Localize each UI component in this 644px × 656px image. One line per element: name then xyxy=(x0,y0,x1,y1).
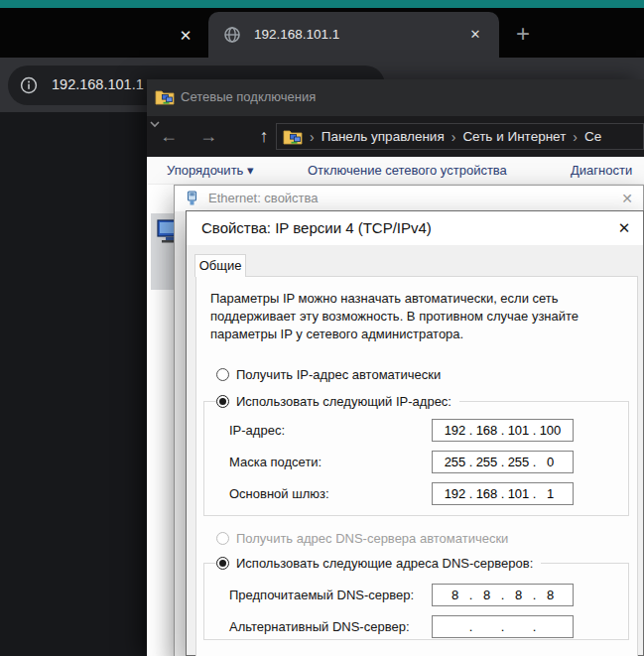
explorer-nav-bar: ← → ↑ › Панель управления xyxy=(147,116,644,157)
ip-dot xyxy=(468,619,473,634)
ip-address-input[interactable]: 192168101100 xyxy=(432,419,574,442)
breadcrumb-bar[interactable]: › Панель управления › Сеть и Интернет › … xyxy=(276,123,644,150)
radio-obtain-ip-auto[interactable]: Получить IP-адрес автоматически xyxy=(216,366,441,382)
browser-tab-bar: ✕ 192.168.101.1 ✕ + xyxy=(0,8,644,58)
active-tab-close-icon[interactable]: ✕ xyxy=(464,24,486,46)
breadcrumb-folder-icon xyxy=(283,128,303,145)
address-bar-url[interactable]: 192.168.101.1 xyxy=(52,76,144,92)
breadcrumb-network-internet[interactable]: Сеть и Интернет xyxy=(462,129,566,144)
breadcrumb-separator-icon: › xyxy=(573,129,578,145)
top-accent-strip xyxy=(0,0,644,8)
ipv4-dialog-close-icon[interactable]: ✕ xyxy=(612,217,636,239)
explorer-title-bar[interactable]: Сетевые подключения xyxy=(147,79,644,116)
default-gateway-label: Основной шлюз: xyxy=(229,482,329,505)
alternate-dns-label: Альтернативный DNS-сервер: xyxy=(229,615,410,638)
inactive-tab-close-icon[interactable]: ✕ xyxy=(175,25,196,47)
breadcrumb-control-panel[interactable]: Панель управления xyxy=(322,129,445,144)
radio-circle-icon xyxy=(216,532,229,545)
breadcrumb-separator-icon: › xyxy=(451,129,456,145)
dropdown-arrow-icon: ▾ xyxy=(247,163,254,178)
globe-icon xyxy=(223,26,241,44)
ip-settings-group: IP-адрес: 192168101100 Маска подсети: 25… xyxy=(203,401,629,516)
organize-menu-button[interactable]: Упорядочить ▾ xyxy=(167,163,254,178)
intro-text: Параметры IP можно назначать автоматичес… xyxy=(210,290,579,343)
active-tab-title: 192.168.101.1 xyxy=(254,27,339,42)
diagnose-button[interactable]: Диагности xyxy=(571,163,632,178)
ethernet-dialog-title-bar[interactable]: Ethernet: свойства ✕ xyxy=(175,186,643,211)
breadcrumb-network-connections[interactable]: Се xyxy=(584,129,601,144)
forward-arrow-icon[interactable]: → xyxy=(196,125,220,149)
dns-settings-group: Предпочитаемый DNS-сервер: 8888 Альтерна… xyxy=(203,563,629,640)
ip-dot xyxy=(500,619,505,634)
ipv4-dialog-title-bar[interactable]: Свойства: IP версии 4 (TCP/IPv4) ✕ xyxy=(187,211,643,245)
preferred-dns-input[interactable]: 8888 xyxy=(432,584,574,606)
radio-circle-icon xyxy=(216,557,229,570)
radio-use-following-ip[interactable]: Использовать следующий IP-адрес: xyxy=(216,393,459,409)
up-arrow-icon[interactable]: ↑ xyxy=(252,125,276,149)
preferred-dns-label: Предпочитаемый DNS-сервер: xyxy=(229,584,414,606)
explorer-window-title: Сетевые подключения xyxy=(181,89,316,104)
disable-device-button[interactable]: Отключение сетевого устройства xyxy=(308,163,507,178)
browser-active-tab[interactable]: 192.168.101.1 ✕ xyxy=(208,12,499,58)
ethernet-plug-icon xyxy=(186,191,198,206)
radio-circle-icon xyxy=(216,395,229,408)
new-tab-button[interactable]: + xyxy=(508,20,538,50)
subnet-mask-label: Маска подсети: xyxy=(229,451,322,473)
radio-use-following-dns[interactable]: Использовать следующие адреса DNS-сервер… xyxy=(216,555,541,571)
ipv4-properties-dialog: Свойства: IP версии 4 (TCP/IPv4) ✕ Общие… xyxy=(186,210,644,656)
radio-obtain-dns-auto: Получить адрес DNS-сервера автоматически xyxy=(216,530,508,546)
default-gateway-input[interactable]: 1921681011 xyxy=(432,482,574,505)
general-tab-panel: Параметры IP можно назначать автоматичес… xyxy=(195,276,638,656)
ethernet-dialog-title: Ethernet: свойства xyxy=(208,191,319,205)
screen: ✕ 192.168.101.1 ✕ + 192 xyxy=(0,0,644,656)
network-folder-icon xyxy=(155,88,175,105)
breadcrumb-separator-icon: › xyxy=(310,129,315,145)
page-info-icon[interactable] xyxy=(20,76,38,94)
radio-circle-icon xyxy=(216,368,229,381)
ipv4-dialog-title: Свойства: IP версии 4 (TCP/IPv4) xyxy=(201,219,432,236)
ip-address-label: IP-адрес: xyxy=(229,419,285,442)
ethernet-dialog-close-icon[interactable]: ✕ xyxy=(617,189,637,208)
alternate-dns-input[interactable] xyxy=(432,615,574,638)
ip-dot xyxy=(532,619,537,634)
subnet-mask-input[interactable]: 2552552550 xyxy=(432,451,574,473)
tab-general[interactable]: Общие xyxy=(194,254,246,277)
explorer-command-bar: Упорядочить ▾ Отключение сетевого устрой… xyxy=(147,157,644,185)
back-arrow-icon[interactable]: ← xyxy=(157,125,181,149)
